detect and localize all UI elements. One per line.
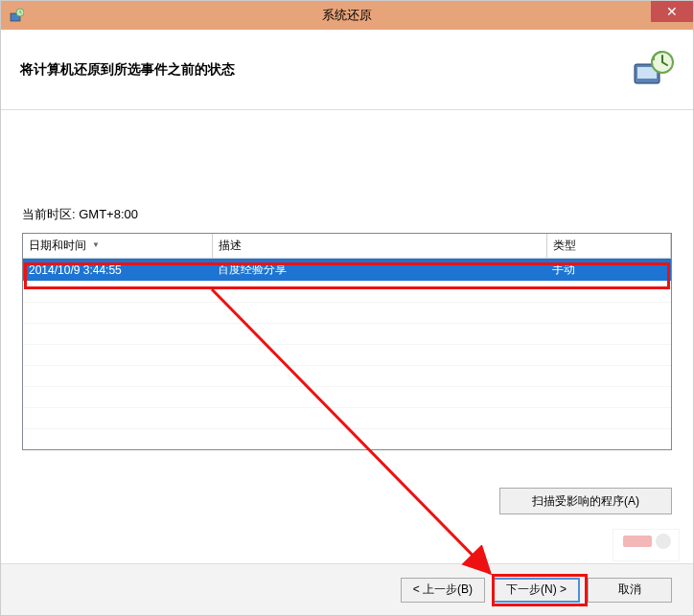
table-row-empty	[23, 324, 671, 345]
table-row-empty	[23, 345, 671, 366]
sort-desc-icon: ▼	[92, 240, 100, 249]
next-button[interactable]: 下一步(N) >	[493, 578, 580, 603]
close-icon: ✕	[666, 4, 678, 19]
restore-points-table[interactable]: 日期和时间 ▼ 描述 类型 2014/10/9 3:44:55 百度经验分享 手…	[22, 233, 672, 450]
close-button[interactable]: ✕	[651, 1, 693, 22]
table-row-empty	[23, 282, 671, 303]
cancel-button[interactable]: 取消	[588, 578, 672, 603]
col-datetime[interactable]: 日期和时间 ▼	[23, 234, 212, 259]
table-row[interactable]: 2014/10/9 3:44:55 百度经验分享 手动	[23, 259, 671, 282]
table-row-empty	[23, 366, 671, 387]
col-desc[interactable]: 描述	[212, 234, 546, 259]
cell-datetime: 2014/10/9 3:44:55	[23, 259, 212, 282]
content-area: 当前时区: GMT+8:00 日期和时间 ▼ 描述 类型	[1, 110, 693, 450]
system-restore-window: 系统还原 ✕ 将计算机还原到所选事件之前的状态 当前时区: GMT+8:00	[0, 0, 694, 616]
watermark-badge	[613, 529, 680, 561]
table-row-empty	[23, 387, 671, 408]
table-row-empty	[23, 408, 671, 429]
table-row-empty	[23, 303, 671, 324]
scan-affected-button[interactable]: 扫描受影响的程序(A)	[499, 488, 672, 514]
timezone-label: 当前时区: GMT+8:00	[22, 206, 672, 223]
page-subtitle: 将计算机还原到所选事件之前的状态	[20, 61, 235, 79]
restore-large-icon	[632, 49, 674, 91]
cell-desc: 百度经验分享	[212, 259, 546, 282]
footer: < 上一步(B) 下一步(N) > 取消	[1, 563, 693, 615]
table-header-row: 日期和时间 ▼ 描述 类型	[23, 234, 671, 259]
back-button[interactable]: < 上一步(B)	[401, 578, 485, 603]
table-row-empty	[23, 429, 671, 450]
header: 将计算机还原到所选事件之前的状态	[1, 30, 693, 110]
window-title: 系统还原	[1, 7, 693, 24]
cell-type: 手动	[546, 259, 671, 282]
titlebar: 系统还原 ✕	[1, 1, 693, 30]
col-type[interactable]: 类型	[546, 234, 671, 259]
